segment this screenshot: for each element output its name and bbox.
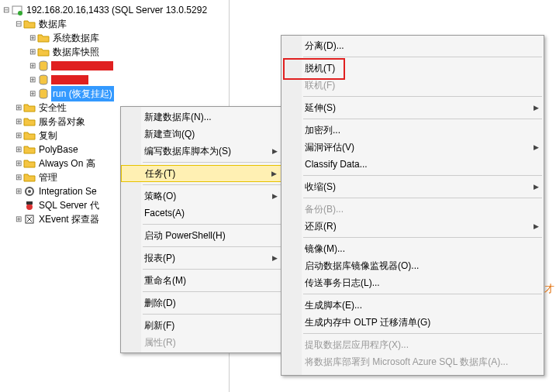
submenu-vulnerability[interactable]: 漏洞评估(V)▶	[281, 139, 544, 156]
context-menu[interactable]: 新建数据库(N)... 新建查询(Q) 编写数据库脚本为(S)▶ 任务(T)▶ …	[120, 106, 283, 353]
db-node-redacted-1[interactable]: ⊞	[0, 59, 229, 73]
folder-icon	[23, 171, 36, 184]
menu-label: 加密列...	[305, 124, 340, 137]
menu-label: 报表(P)	[144, 252, 175, 265]
menu-label: 新建查询(Q)	[144, 128, 195, 141]
folder-icon	[23, 18, 36, 30]
menu-separator	[303, 198, 542, 198]
menu-label: 重命名(M)	[144, 274, 186, 287]
menu-label: 备份(B)...	[305, 203, 344, 216]
tasks-submenu[interactable]: 分离(D)... 脱机(T) 联机(F) 延伸(S)▶ 加密列... 漏洞评估(…	[281, 35, 544, 376]
submenu-encrypt-columns[interactable]: 加密列...	[281, 122, 544, 139]
svg-point-1	[18, 11, 22, 15]
expand-icon[interactable]: ⊞	[14, 129, 23, 143]
folder-icon	[37, 32, 50, 44]
menu-properties: 属性(R)	[121, 334, 282, 351]
folder-icon	[37, 46, 50, 58]
menu-separator	[143, 246, 281, 247]
menu-separator	[143, 269, 281, 270]
folder-icon	[23, 115, 36, 128]
submenu-launch-monitor[interactable]: 启动数据库镜像监视器(O)...	[281, 257, 544, 274]
server-node[interactable]: ⊟ 192.168.20.16,1433 (SQL Server 13.0.52…	[0, 3, 229, 17]
expand-icon[interactable]: ⊞	[28, 73, 37, 87]
sysdb-node[interactable]: ⊞ 系统数据库	[0, 31, 229, 45]
collapse-icon[interactable]: ⊟	[2, 3, 11, 17]
menu-separator	[303, 175, 542, 176]
menu-label: 还原(R)	[305, 220, 337, 233]
expand-icon[interactable]: ⊞	[28, 31, 37, 45]
expand-icon[interactable]: ⊞	[28, 59, 37, 73]
menu-tasks[interactable]: 任务(T)▶	[121, 165, 282, 182]
menu-separator	[303, 237, 542, 238]
svg-point-7	[26, 204, 33, 210]
menu-label: 属性(R)	[144, 336, 176, 349]
db-node-run[interactable]: ⊞ run (恢复挂起)	[0, 87, 229, 101]
menu-label: 任务(T)	[145, 167, 175, 181]
menu-label: 传送事务日志(L)...	[305, 277, 380, 290]
menu-reports[interactable]: 报表(P)▶	[121, 249, 282, 266]
expand-icon[interactable]: ⊞	[14, 184, 23, 198]
menu-label: 联机(F)	[305, 79, 335, 92]
menu-delete[interactable]: 删除(D)	[121, 294, 282, 311]
polybase-label: PolyBase	[37, 142, 80, 157]
svg-point-6	[28, 190, 31, 193]
expand-icon[interactable]: ⊞	[14, 115, 23, 129]
submenu-mirror[interactable]: 镜像(M)...	[281, 240, 544, 257]
submenu-arrow-icon: ▶	[534, 183, 539, 191]
menu-label: 漏洞评估(V)	[305, 141, 354, 154]
expand-icon[interactable]: ⊞	[28, 87, 37, 101]
db-node-redacted-2[interactable]: ⊞	[0, 73, 229, 87]
menu-separator	[303, 96, 542, 97]
menu-new-query[interactable]: 新建查询(Q)	[121, 126, 282, 143]
expand-icon[interactable]: ⊞	[14, 170, 23, 184]
menu-new-database[interactable]: 新建数据库(N)...	[121, 108, 282, 126]
submenu-bring-online: 联机(F)	[281, 77, 544, 94]
menu-separator	[143, 314, 281, 315]
menu-refresh[interactable]: 刷新(F)	[121, 317, 282, 334]
submenu-arrow-icon: ▶	[272, 192, 278, 200]
menu-label: 收缩(S)	[305, 181, 336, 194]
folder-icon	[23, 143, 36, 156]
menu-separator	[143, 224, 281, 225]
security-label: 安全性	[37, 100, 68, 115]
menu-script-database[interactable]: 编写数据库脚本为(S)▶	[121, 143, 282, 160]
database-icon	[37, 88, 50, 100]
submenu-stretch[interactable]: 延伸(S)▶	[281, 99, 544, 116]
submenu-oltp-checklist[interactable]: 生成内存中 OLTP 迁移清单(G)	[281, 314, 544, 331]
replication-label: 复制	[37, 128, 59, 143]
integration-label: Integration Se	[37, 184, 98, 199]
submenu-restore[interactable]: 还原(R)▶	[281, 218, 544, 235]
menu-powershell[interactable]: 启动 PowerShell(H)	[121, 227, 282, 244]
collapse-icon[interactable]: ⊟	[14, 17, 23, 31]
databases-node[interactable]: ⊟ 数据库	[0, 17, 229, 31]
alwayson-label: Always On 高	[37, 156, 97, 171]
expand-icon[interactable]: ⊞	[14, 156, 23, 170]
integration-icon	[23, 185, 36, 198]
menu-label: Facets(A)	[144, 208, 185, 218]
menu-facets[interactable]: Facets(A)	[121, 205, 282, 222]
submenu-take-offline[interactable]: 脱机(T)	[281, 60, 544, 77]
dbsnap-node[interactable]: ⊞ 数据库快照	[0, 45, 229, 59]
submenu-arrow-icon: ▶	[534, 143, 539, 151]
menu-label: 策略(O)	[144, 190, 176, 203]
menu-separator	[303, 333, 542, 334]
menu-label: 启动 PowerShell(H)	[144, 229, 226, 242]
menu-label: 删除(D)	[144, 297, 176, 310]
expand-icon[interactable]: ⊞	[14, 143, 23, 156]
submenu-classify-data[interactable]: Classify Data...	[281, 156, 544, 173]
menu-label: 镜像(M)...	[305, 242, 345, 256]
menu-label: 将数据库部署到 Microsoft Azure SQL 数据库(A)...	[305, 356, 508, 369]
submenu-arrow-icon: ▶	[534, 104, 539, 112]
menu-label: 刷新(F)	[144, 319, 174, 332]
menu-rename[interactable]: 重命名(M)	[121, 272, 282, 289]
expand-icon[interactable]: ⊞	[28, 45, 37, 59]
submenu-shrink[interactable]: 收缩(S)▶	[281, 178, 544, 195]
menu-separator	[303, 119, 542, 119]
expand-icon[interactable]: ⊞	[14, 101, 23, 115]
menu-policies[interactable]: 策略(O)▶	[121, 187, 282, 205]
expand-icon[interactable]: ⊞	[14, 212, 23, 226]
submenu-detach[interactable]: 分离(D)...	[281, 37, 544, 54]
submenu-generate-scripts[interactable]: 生成脚本(E)...	[281, 297, 544, 314]
database-icon	[37, 60, 50, 72]
submenu-ship-log[interactable]: 传送事务日志(L)...	[281, 274, 544, 291]
